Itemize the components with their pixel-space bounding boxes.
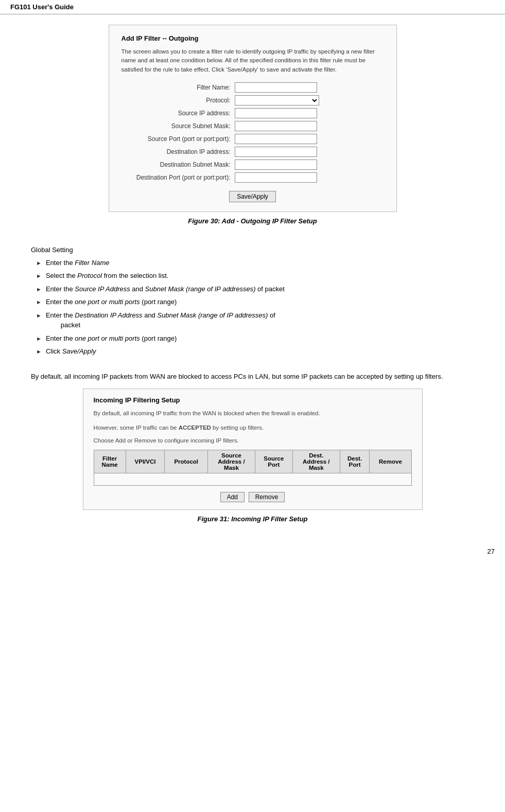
save-apply-row: Save/Apply: [121, 191, 384, 202]
bullet-item-1: ► Enter the Filter Name: [36, 258, 474, 268]
figure30-caption: Figure 30: Add - Outgoing IP Filter Setu…: [31, 217, 474, 225]
incoming-accepted: ACCEPTED: [179, 425, 211, 431]
bullet-item-5: ► Enter the Destination IP Address and S…: [36, 310, 474, 330]
bullet-arrow-5: ►: [36, 311, 42, 320]
table-button-row: Add Remove: [94, 492, 412, 502]
table-header-row: FilterName VPI/VCI Protocol SourceAddres…: [94, 450, 411, 473]
source-subnet-label: Source Subnet Mask:: [121, 122, 235, 130]
bullet-arrow-3: ►: [36, 285, 42, 294]
filter-name-row: Filter Name:: [121, 82, 384, 93]
col-source-address-mask: SourceAddress /Mask: [208, 450, 255, 473]
protocol-row: Protocol:: [121, 95, 384, 105]
figure30-description: The screen allows you to create a filter…: [121, 47, 384, 74]
incoming-desc3-text: by setting up filters.: [211, 425, 264, 431]
incoming-choose: Choose Add or Remove to configure incomi…: [94, 437, 412, 444]
dest-port-row: Destination Port (port or port:port):: [121, 172, 384, 183]
incoming-box: Incoming IP Filtering Setup By default, …: [83, 389, 423, 510]
figure30-title: Add IP Filter -- Outgoing: [121, 34, 384, 42]
source-port-input[interactable]: [235, 134, 317, 144]
bullet-item-4: ► Enter the one port or multi ports (por…: [36, 297, 474, 307]
protocol-label: Protocol:: [121, 97, 235, 104]
bullet-item-3: ► Enter the Source IP Address and Subnet…: [36, 284, 474, 294]
bullet-text-1: Enter the Filter Name: [46, 258, 110, 268]
dest-port-label: Destination Port (port or port:port):: [121, 174, 235, 181]
incoming-title: Incoming IP Filtering Setup: [94, 396, 412, 404]
filter-name-label: Filter Name:: [121, 84, 235, 91]
add-button[interactable]: Add: [220, 492, 245, 502]
main-content: Add IP Filter -- Outgoing The screen all…: [0, 14, 505, 542]
figure30-box: Add IP Filter -- Outgoing The screen all…: [109, 25, 397, 212]
table-empty-cell: [94, 473, 411, 485]
bullet-text-4: Enter the one port or multi ports (port …: [46, 297, 177, 307]
dest-subnet-input[interactable]: [235, 160, 317, 170]
protocol-select[interactable]: [235, 95, 319, 105]
bullet-text-2: Select the Protocol from the selection l…: [46, 271, 168, 281]
bullet-item-7: ► Click Save/Apply: [36, 346, 474, 357]
source-subnet-input[interactable]: [235, 121, 317, 131]
bullet-arrow-1: ►: [36, 259, 42, 268]
remove-button[interactable]: Remove: [249, 492, 285, 502]
bullet-arrow-6: ►: [36, 334, 42, 343]
incoming-desc2-text: However, some IP traffic can be: [94, 425, 179, 431]
bullet-arrow-4: ►: [36, 298, 42, 307]
col-remove: Remove: [370, 450, 411, 473]
bullet-text-7: Click Save/Apply: [46, 346, 96, 357]
dest-subnet-label: Destination Subnet Mask:: [121, 161, 235, 168]
dest-port-input[interactable]: [235, 172, 317, 183]
col-vpi-vci: VPI/VCI: [126, 450, 165, 473]
bullet-arrow-7: ►: [36, 347, 42, 356]
bullet-list: ► Enter the Filter Name ► Select the Pro…: [31, 258, 474, 357]
save-apply-button[interactable]: Save/Apply: [229, 191, 276, 202]
bullet-item-6: ► Enter the one port or multi ports (por…: [36, 333, 474, 344]
dest-ip-label: Destination IP address:: [121, 148, 235, 155]
global-setting-title: Global Setting: [31, 246, 474, 254]
source-port-label: Source Port (port or port:port):: [121, 135, 235, 143]
bullet-text-5: Enter the Destination IP Address and Sub…: [46, 310, 275, 330]
page-header: FG101 User's Guide: [0, 0, 505, 14]
col-dest-address-mask: Dest.Address /Mask: [292, 450, 340, 473]
col-protocol: Protocol: [165, 450, 208, 473]
table-empty-row: [94, 473, 411, 485]
col-dest-port: Dest.Port: [340, 450, 370, 473]
bullet-item-2: ► Select the Protocol from the selection…: [36, 271, 474, 281]
source-subnet-row: Source Subnet Mask:: [121, 121, 384, 131]
source-ip-label: Source IP address:: [121, 110, 235, 117]
bullet-text-6: Enter the one port or multi ports (port …: [46, 333, 177, 344]
source-ip-input[interactable]: [235, 108, 317, 118]
by-default-paragraph: By default, all incoming IP packets from…: [31, 372, 474, 382]
incoming-desc1-text: By default, all incoming IP traffic from…: [94, 410, 320, 416]
bullet-arrow-2: ►: [36, 272, 42, 280]
col-source-port: SourcePort: [255, 450, 292, 473]
dest-subnet-row: Destination Subnet Mask:: [121, 160, 384, 170]
header-title: FG101 User's Guide: [10, 3, 74, 11]
incoming-desc1: By default, all incoming IP traffic from…: [94, 409, 412, 418]
filter-table: FilterName VPI/VCI Protocol SourceAddres…: [94, 450, 412, 486]
figure31-caption: Figure 31: Incoming IP Filter Setup: [31, 515, 474, 523]
source-ip-row: Source IP address:: [121, 108, 384, 118]
col-filter-name: FilterName: [94, 450, 126, 473]
filter-name-input[interactable]: [235, 82, 317, 93]
bullet-text-3: Enter the Source IP Address and Subnet M…: [46, 284, 285, 294]
incoming-desc2: However, some IP traffic can be ACCEPTED…: [94, 423, 412, 432]
page-number: 27: [0, 542, 505, 560]
dest-ip-row: Destination IP address:: [121, 147, 384, 157]
dest-ip-input[interactable]: [235, 147, 317, 157]
source-port-row: Source Port (port or port:port):: [121, 134, 384, 144]
